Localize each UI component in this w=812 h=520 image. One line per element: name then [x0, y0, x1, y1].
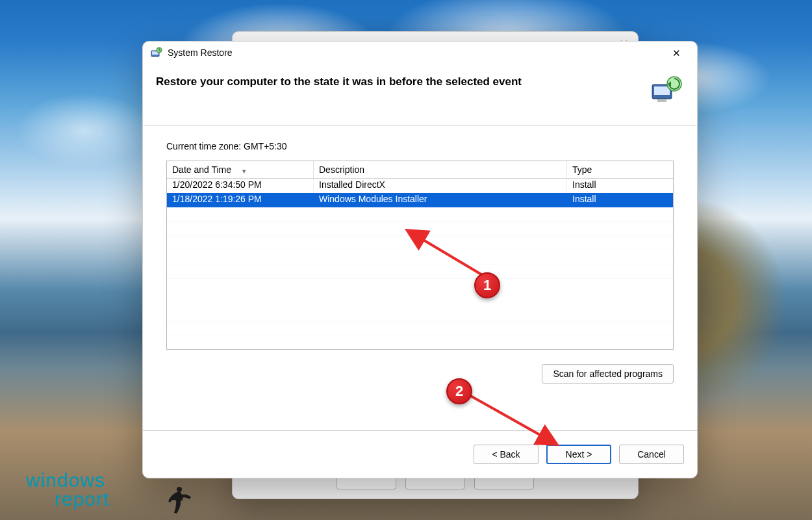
watermark-line1: windows — [26, 471, 109, 490]
cancel-button[interactable]: Cancel — [619, 445, 684, 464]
cell: Installed DirectX — [314, 179, 567, 193]
next-button[interactable]: Next > — [546, 445, 611, 464]
list-body[interactable]: 1/20/2022 6:34:50 PMInstalled DirectXIns… — [167, 179, 673, 349]
table-row[interactable]: 1/20/2022 6:34:50 PMInstalled DirectXIns… — [167, 179, 673, 193]
wizard-content: Current time zone: GMT+5:30 Date and Tim… — [143, 125, 697, 413]
svg-rect-4 — [654, 86, 670, 95]
back-button[interactable]: < Back — [474, 445, 539, 464]
scan-row: Scan for affected programs — [166, 364, 674, 384]
wizard-header: Restore your computer to the state it wa… — [143, 64, 697, 125]
cell: Install — [567, 193, 671, 207]
cell: Windows Modules Installer — [314, 193, 567, 207]
person-silhouette — [168, 485, 195, 516]
system-restore-large-icon — [650, 75, 684, 105]
column-header-date[interactable]: Date and Time ▾ — [167, 161, 314, 178]
system-restore-icon — [151, 47, 162, 58]
watermark-line2: report — [26, 490, 109, 509]
restore-points-list[interactable]: Date and Time ▾ Description Type 1/20/20… — [166, 161, 674, 350]
scan-affected-programs-button[interactable]: Scan for affected programs — [542, 364, 674, 384]
column-header-type[interactable]: Type — [567, 161, 671, 178]
close-button[interactable]: ✕ — [663, 44, 689, 62]
page-heading: Restore your computer to the state it wa… — [156, 75, 642, 88]
column-label: Date and Time — [172, 164, 231, 175]
cell: 1/20/2022 6:34:50 PM — [167, 179, 314, 193]
svg-rect-5 — [657, 99, 666, 102]
column-header-description[interactable]: Description — [314, 161, 567, 178]
titlebar[interactable]: System Restore ✕ — [143, 42, 697, 64]
window-title: System Restore — [168, 47, 233, 58]
close-icon: ✕ — [672, 48, 681, 58]
table-row[interactable]: 1/18/2022 1:19:26 PMWindows Modules Inst… — [167, 193, 673, 207]
timezone-label: Current time zone: GMT+5:30 — [166, 141, 674, 151]
watermark: windows report — [26, 471, 109, 508]
svg-point-10 — [177, 487, 182, 492]
sort-descending-icon: ▾ — [242, 167, 246, 176]
list-header[interactable]: Date and Time ▾ Description Type — [167, 161, 673, 179]
system-restore-dialog: System Restore ✕ Restore your computer t… — [142, 41, 698, 478]
wizard-buttons: < Back Next > Cancel — [143, 431, 697, 478]
cell: 1/18/2022 1:19:26 PM — [167, 193, 314, 207]
cell: Install — [567, 179, 671, 193]
